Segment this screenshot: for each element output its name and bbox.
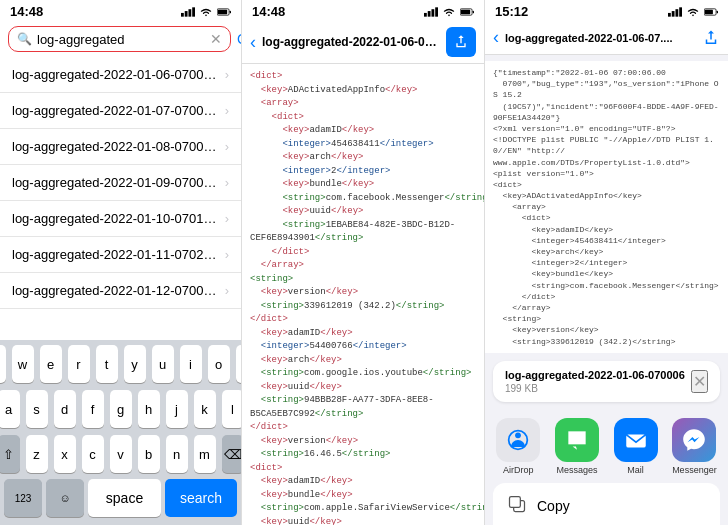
file-list-item[interactable]: log-aggregated-2022-01-07-070009.i...›	[0, 93, 241, 129]
copy-symbol	[507, 494, 527, 514]
key-o[interactable]: o	[208, 345, 230, 383]
key-x[interactable]: x	[54, 435, 76, 473]
svg-rect-1	[185, 11, 188, 17]
messages-icon	[555, 418, 599, 462]
file-item-name: log-aggregated-2022-01-12-070003....	[12, 283, 221, 298]
keyboard-row-1: q w e r t y u i o p	[0, 340, 241, 385]
panel-search: 14:48 🔍	[0, 0, 242, 525]
key-v[interactable]: v	[110, 435, 132, 473]
key-numbers[interactable]: 123	[4, 479, 42, 517]
messenger-icon	[672, 418, 716, 462]
key-space[interactable]: space	[88, 479, 161, 517]
key-emoji[interactable]: ☺	[46, 479, 84, 517]
key-e[interactable]: e	[40, 345, 62, 383]
panel-xml-viewer: 14:48 ‹ log-aggregated-2022-01-06-07....	[242, 0, 485, 525]
key-m[interactable]: m	[194, 435, 216, 473]
app-icon-airdrop[interactable]: AirDrop	[496, 418, 540, 475]
back-button-panel3[interactable]: ‹	[493, 27, 499, 48]
key-s[interactable]: s	[26, 390, 48, 428]
svg-rect-17	[679, 7, 682, 16]
signal-icon	[424, 7, 438, 17]
key-b[interactable]: b	[138, 435, 160, 473]
key-a[interactable]: a	[0, 390, 20, 428]
key-u[interactable]: u	[152, 345, 174, 383]
file-list-item[interactable]: log-aggregated-2022-01-09-070045....›	[0, 165, 241, 201]
status-icons-panel1	[181, 7, 231, 17]
status-bar-panel1: 14:48	[0, 0, 241, 21]
svg-rect-2	[188, 9, 191, 16]
file-list: log-aggregated-2022-01-06-070006....›log…	[0, 57, 241, 340]
key-g[interactable]: g	[110, 390, 132, 428]
key-j[interactable]: j	[166, 390, 188, 428]
key-y[interactable]: y	[124, 345, 146, 383]
key-n[interactable]: n	[166, 435, 188, 473]
messages-label: Messages	[556, 465, 597, 475]
panel2-title: log-aggregated-2022-01-06-07....	[262, 35, 440, 49]
svg-rect-12	[461, 9, 471, 13]
file-item-name: log-aggregated-2022-01-11-070205.i...	[12, 247, 221, 262]
keyboard-row-bottom: 123 ☺ space search	[0, 475, 241, 525]
key-k[interactable]: k	[194, 390, 216, 428]
key-i[interactable]: i	[180, 345, 202, 383]
airdrop-symbol	[504, 426, 532, 454]
messenger-label: Messenger	[672, 465, 717, 475]
chevron-right-icon: ›	[225, 283, 229, 298]
share-sheet: {"timestamp":"2022-01-06 07:00:06.00 070…	[485, 55, 728, 525]
app-icon-mail[interactable]: Mail	[614, 418, 658, 475]
messages-symbol	[564, 427, 590, 453]
file-list-item[interactable]: log-aggregated-2022-01-11-070205.i...›	[0, 237, 241, 273]
file-preview-info: log-aggregated-2022-01-06-070006 199 KB	[505, 369, 685, 394]
key-l[interactable]: l	[222, 390, 243, 428]
key-f[interactable]: f	[82, 390, 104, 428]
action-item-copy[interactable]: Copy	[493, 483, 720, 525]
key-r[interactable]: r	[68, 345, 90, 383]
search-input-wrap[interactable]: 🔍 ✕	[8, 26, 231, 52]
panel2-header: ‹ log-aggregated-2022-01-06-07....	[242, 21, 484, 64]
file-item-name: log-aggregated-2022-01-09-070045....	[12, 175, 221, 190]
search-bar: 🔍 ✕ Cancel	[0, 21, 241, 57]
key-delete[interactable]: ⌫	[222, 435, 243, 473]
file-preview-size: 199 KB	[505, 383, 685, 394]
share-icon	[453, 34, 469, 50]
key-shift[interactable]: ⇧	[0, 435, 20, 473]
status-bar-panel2: 14:48	[242, 0, 484, 21]
chevron-right-icon: ›	[225, 175, 229, 190]
clear-button[interactable]: ✕	[210, 31, 222, 47]
file-item-name: log-aggregated-2022-01-07-070009.i...	[12, 103, 221, 118]
chevron-right-icon: ›	[225, 67, 229, 82]
action-list: Copy Save to Files	[493, 483, 720, 525]
key-z[interactable]: z	[26, 435, 48, 473]
share-button[interactable]	[446, 27, 476, 57]
search-icon: 🔍	[17, 32, 32, 46]
svg-rect-16	[675, 9, 678, 16]
signal-icon	[181, 7, 195, 17]
key-c[interactable]: c	[82, 435, 104, 473]
app-icon-messenger[interactable]: Messenger	[672, 418, 717, 475]
keyboard-row-2: a s d f g h j k l	[0, 385, 241, 430]
app-icon-messages[interactable]: Messages	[555, 418, 599, 475]
key-w[interactable]: w	[12, 345, 34, 383]
file-preview-close-button[interactable]: ✕	[691, 370, 708, 393]
share-icon-panel3[interactable]	[702, 29, 720, 47]
xml-content[interactable]: <dict> <key>ADActivatedAppInfo</key> <ar…	[242, 64, 484, 525]
key-d[interactable]: d	[54, 390, 76, 428]
search-input[interactable]	[37, 32, 205, 47]
key-search[interactable]: search	[165, 479, 237, 517]
file-list-item[interactable]: log-aggregated-2022-01-10-070133.i...›	[0, 201, 241, 237]
battery-icon	[704, 7, 718, 17]
file-list-item[interactable]: log-aggregated-2022-01-08-070031.i...›	[0, 129, 241, 165]
key-q[interactable]: q	[0, 345, 6, 383]
file-preview-name: log-aggregated-2022-01-06-070006	[505, 369, 685, 381]
wifi-icon	[442, 7, 456, 17]
file-list-item[interactable]: log-aggregated-2022-01-06-070006....›	[0, 57, 241, 93]
key-h[interactable]: h	[138, 390, 160, 428]
panel3-header: ‹ log-aggregated-2022-01-06-07....	[485, 21, 728, 55]
copy-label: Copy	[537, 498, 570, 514]
time-panel2: 14:48	[252, 4, 285, 19]
file-list-item[interactable]: log-aggregated-2022-01-12-070003....›	[0, 273, 241, 309]
back-button[interactable]: ‹	[250, 32, 256, 53]
key-t[interactable]: t	[96, 345, 118, 383]
airdrop-label: AirDrop	[503, 465, 534, 475]
svg-rect-15	[672, 11, 675, 17]
svg-rect-14	[668, 12, 671, 16]
